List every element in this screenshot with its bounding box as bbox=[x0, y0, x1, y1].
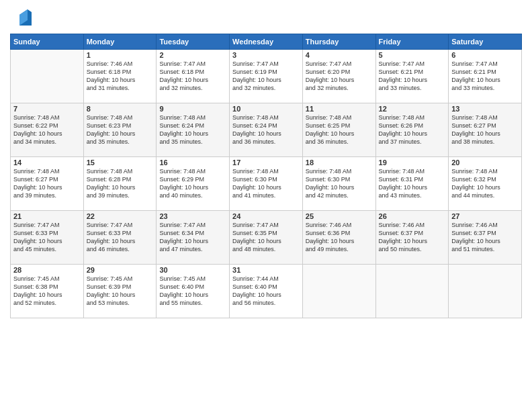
logo-icon bbox=[13, 7, 34, 28]
day-info: Sunrise: 7:48 AM Sunset: 6:30 PM Dayligh… bbox=[306, 167, 373, 200]
calendar-cell: 6Sunrise: 7:47 AM Sunset: 6:21 PM Daylig… bbox=[449, 50, 522, 103]
day-number: 17 bbox=[232, 158, 300, 167]
day-info: Sunrise: 7:46 AM Sunset: 6:36 PM Dayligh… bbox=[306, 221, 373, 254]
calendar-cell bbox=[11, 50, 84, 103]
day-info: Sunrise: 7:46 AM Sunset: 6:37 PM Dayligh… bbox=[451, 221, 519, 254]
day-number: 19 bbox=[379, 158, 446, 167]
calendar-cell bbox=[449, 265, 522, 318]
day-number: 25 bbox=[306, 212, 373, 220]
header-cell-friday: Friday bbox=[375, 34, 449, 50]
day-number: 3 bbox=[232, 51, 300, 59]
calendar-cell: 18Sunrise: 7:48 AM Sunset: 6:30 PM Dayli… bbox=[302, 157, 375, 211]
day-number: 28 bbox=[13, 266, 81, 274]
day-info: Sunrise: 7:47 AM Sunset: 6:34 PM Dayligh… bbox=[159, 221, 226, 254]
day-number: 18 bbox=[306, 158, 373, 167]
logo bbox=[10, 7, 34, 28]
day-info: Sunrise: 7:48 AM Sunset: 6:28 PM Dayligh… bbox=[87, 167, 154, 200]
calendar-cell: 31Sunrise: 7:44 AM Sunset: 6:40 PM Dayli… bbox=[230, 265, 303, 318]
day-info: Sunrise: 7:46 AM Sunset: 6:18 PM Dayligh… bbox=[87, 60, 154, 93]
day-number: 16 bbox=[159, 158, 226, 167]
calendar-cell: 19Sunrise: 7:48 AM Sunset: 6:31 PM Dayli… bbox=[375, 157, 449, 211]
day-number: 12 bbox=[379, 105, 446, 113]
day-number: 1 bbox=[87, 51, 154, 59]
day-info: Sunrise: 7:48 AM Sunset: 6:27 PM Dayligh… bbox=[451, 113, 519, 146]
day-info: Sunrise: 7:48 AM Sunset: 6:32 PM Dayligh… bbox=[451, 167, 519, 200]
calendar-cell: 8Sunrise: 7:48 AM Sunset: 6:23 PM Daylig… bbox=[83, 103, 157, 157]
day-info: Sunrise: 7:44 AM Sunset: 6:40 PM Dayligh… bbox=[232, 275, 300, 308]
calendar-cell: 3Sunrise: 7:47 AM Sunset: 6:19 PM Daylig… bbox=[230, 50, 303, 103]
day-info: Sunrise: 7:47 AM Sunset: 6:33 PM Dayligh… bbox=[87, 221, 154, 254]
week-row-3: 14Sunrise: 7:48 AM Sunset: 6:27 PM Dayli… bbox=[11, 157, 522, 211]
calendar-table: SundayMondayTuesdayWednesdayThursdayFrid… bbox=[10, 34, 522, 318]
calendar-cell: 12Sunrise: 7:48 AM Sunset: 6:26 PM Dayli… bbox=[375, 103, 449, 157]
day-number: 14 bbox=[13, 158, 81, 167]
day-number: 15 bbox=[87, 158, 154, 167]
calendar-page: SundayMondayTuesdayWednesdayThursdayFrid… bbox=[0, 0, 532, 411]
day-info: Sunrise: 7:48 AM Sunset: 6:27 PM Dayligh… bbox=[13, 167, 81, 200]
day-info: Sunrise: 7:48 AM Sunset: 6:26 PM Dayligh… bbox=[379, 113, 446, 146]
calendar-cell: 10Sunrise: 7:48 AM Sunset: 6:24 PM Dayli… bbox=[230, 103, 303, 157]
day-number: 2 bbox=[159, 51, 226, 59]
day-info: Sunrise: 7:47 AM Sunset: 6:20 PM Dayligh… bbox=[306, 60, 373, 93]
day-info: Sunrise: 7:48 AM Sunset: 6:29 PM Dayligh… bbox=[159, 167, 226, 200]
header-cell-saturday: Saturday bbox=[449, 34, 522, 50]
day-number: 11 bbox=[306, 105, 373, 113]
day-number: 23 bbox=[159, 212, 226, 220]
day-number: 13 bbox=[451, 105, 519, 113]
day-info: Sunrise: 7:47 AM Sunset: 6:35 PM Dayligh… bbox=[232, 221, 300, 254]
calendar-cell: 13Sunrise: 7:48 AM Sunset: 6:27 PM Dayli… bbox=[449, 103, 522, 157]
header-cell-wednesday: Wednesday bbox=[230, 34, 303, 50]
calendar-cell bbox=[375, 265, 449, 318]
day-number: 24 bbox=[232, 212, 300, 220]
day-number: 21 bbox=[13, 212, 81, 220]
calendar-cell: 28Sunrise: 7:45 AM Sunset: 6:38 PM Dayli… bbox=[11, 265, 84, 318]
calendar-cell: 5Sunrise: 7:47 AM Sunset: 6:21 PM Daylig… bbox=[375, 50, 449, 103]
day-number: 8 bbox=[87, 105, 154, 113]
calendar-cell: 21Sunrise: 7:47 AM Sunset: 6:33 PM Dayli… bbox=[11, 211, 84, 265]
day-info: Sunrise: 7:48 AM Sunset: 6:22 PM Dayligh… bbox=[13, 113, 81, 146]
header-row: SundayMondayTuesdayWednesdayThursdayFrid… bbox=[11, 34, 522, 50]
day-number: 4 bbox=[306, 51, 373, 59]
calendar-cell: 14Sunrise: 7:48 AM Sunset: 6:27 PM Dayli… bbox=[11, 157, 84, 211]
day-info: Sunrise: 7:45 AM Sunset: 6:40 PM Dayligh… bbox=[159, 275, 226, 308]
calendar-cell: 15Sunrise: 7:48 AM Sunset: 6:28 PM Dayli… bbox=[83, 157, 157, 211]
day-number: 20 bbox=[451, 158, 519, 167]
week-row-5: 28Sunrise: 7:45 AM Sunset: 6:38 PM Dayli… bbox=[11, 265, 522, 318]
day-info: Sunrise: 7:48 AM Sunset: 6:25 PM Dayligh… bbox=[306, 113, 373, 146]
day-number: 29 bbox=[87, 266, 154, 274]
week-row-1: 1Sunrise: 7:46 AM Sunset: 6:18 PM Daylig… bbox=[11, 50, 522, 103]
day-number: 26 bbox=[379, 212, 446, 220]
day-info: Sunrise: 7:48 AM Sunset: 6:23 PM Dayligh… bbox=[87, 113, 154, 146]
day-number: 6 bbox=[451, 51, 519, 59]
day-number: 27 bbox=[451, 212, 519, 220]
day-info: Sunrise: 7:47 AM Sunset: 6:21 PM Dayligh… bbox=[451, 60, 519, 93]
header-cell-tuesday: Tuesday bbox=[157, 34, 230, 50]
calendar-cell: 22Sunrise: 7:47 AM Sunset: 6:33 PM Dayli… bbox=[83, 211, 157, 265]
day-number: 7 bbox=[13, 105, 81, 113]
calendar-cell: 7Sunrise: 7:48 AM Sunset: 6:22 PM Daylig… bbox=[11, 103, 84, 157]
day-number: 31 bbox=[232, 266, 300, 274]
calendar-cell: 29Sunrise: 7:45 AM Sunset: 6:39 PM Dayli… bbox=[83, 265, 157, 318]
calendar-cell: 25Sunrise: 7:46 AM Sunset: 6:36 PM Dayli… bbox=[302, 211, 375, 265]
calendar-cell: 2Sunrise: 7:47 AM Sunset: 6:18 PM Daylig… bbox=[157, 50, 230, 103]
day-info: Sunrise: 7:48 AM Sunset: 6:30 PM Dayligh… bbox=[232, 167, 300, 200]
day-number: 30 bbox=[159, 266, 226, 274]
day-info: Sunrise: 7:48 AM Sunset: 6:31 PM Dayligh… bbox=[379, 167, 446, 200]
calendar-cell: 11Sunrise: 7:48 AM Sunset: 6:25 PM Dayli… bbox=[302, 103, 375, 157]
calendar-cell: 17Sunrise: 7:48 AM Sunset: 6:30 PM Dayli… bbox=[230, 157, 303, 211]
header bbox=[10, 7, 522, 28]
day-info: Sunrise: 7:48 AM Sunset: 6:24 PM Dayligh… bbox=[232, 113, 300, 146]
calendar-cell: 27Sunrise: 7:46 AM Sunset: 6:37 PM Dayli… bbox=[449, 211, 522, 265]
calendar-cell: 30Sunrise: 7:45 AM Sunset: 6:40 PM Dayli… bbox=[157, 265, 230, 318]
calendar-cell: 4Sunrise: 7:47 AM Sunset: 6:20 PM Daylig… bbox=[302, 50, 375, 103]
calendar-cell: 20Sunrise: 7:48 AM Sunset: 6:32 PM Dayli… bbox=[449, 157, 522, 211]
calendar-cell: 24Sunrise: 7:47 AM Sunset: 6:35 PM Dayli… bbox=[230, 211, 303, 265]
day-info: Sunrise: 7:46 AM Sunset: 6:37 PM Dayligh… bbox=[379, 221, 446, 254]
day-number: 5 bbox=[379, 51, 446, 59]
header-cell-thursday: Thursday bbox=[302, 34, 375, 50]
calendar-cell: 9Sunrise: 7:48 AM Sunset: 6:24 PM Daylig… bbox=[157, 103, 230, 157]
calendar-cell: 1Sunrise: 7:46 AM Sunset: 6:18 PM Daylig… bbox=[83, 50, 157, 103]
day-info: Sunrise: 7:45 AM Sunset: 6:39 PM Dayligh… bbox=[87, 275, 154, 308]
week-row-2: 7Sunrise: 7:48 AM Sunset: 6:22 PM Daylig… bbox=[11, 103, 522, 157]
week-row-4: 21Sunrise: 7:47 AM Sunset: 6:33 PM Dayli… bbox=[11, 211, 522, 265]
